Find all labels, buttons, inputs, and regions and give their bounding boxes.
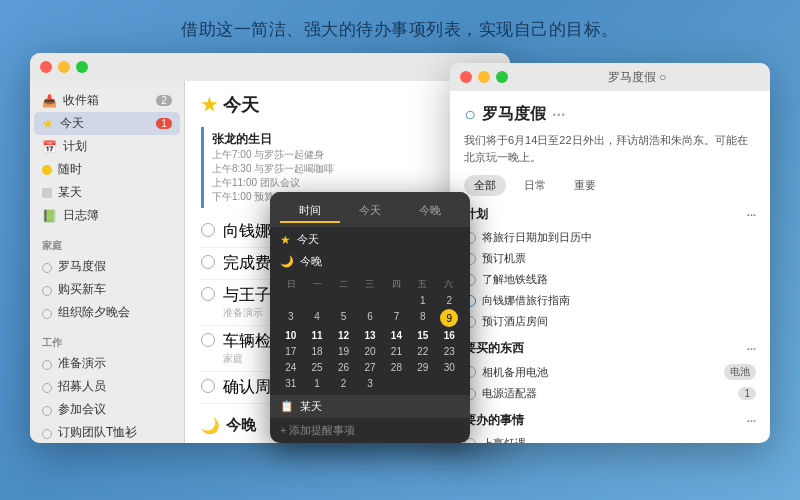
cal-day[interactable]	[331, 293, 356, 308]
cal-day[interactable]	[304, 293, 329, 308]
cal-day[interactable]: 15	[410, 328, 435, 343]
main-titlebar	[30, 53, 510, 81]
sidebar-item-tshirt[interactable]: 订购团队T恤衫	[30, 421, 184, 443]
sidebar-item-someday[interactable]: 某天	[30, 181, 184, 204]
item-circle	[42, 360, 52, 370]
random-icon	[42, 165, 52, 175]
sidebar-item-buy-car[interactable]: 购买新车	[30, 278, 184, 301]
cal-tab-tonight[interactable]: 今晚	[400, 200, 460, 223]
tab-daily[interactable]: 日常	[514, 175, 556, 196]
cal-today-row[interactable]: ★ 今天	[270, 227, 470, 252]
cal-day[interactable]: 14	[384, 328, 409, 343]
plan-more[interactable]: ···	[747, 209, 756, 221]
cal-day[interactable]: 22	[410, 344, 435, 359]
cal-day[interactable]: 12	[331, 328, 356, 343]
todo-section-header: 要办的事情 ···	[464, 412, 756, 429]
cal-day[interactable]	[384, 293, 409, 308]
cal-day[interactable]: 17	[278, 344, 303, 359]
close-button[interactable]	[40, 61, 52, 73]
detail-minimize-button[interactable]	[478, 71, 490, 83]
cal-day[interactable]: 16	[437, 328, 462, 343]
cal-day[interactable]: 26	[331, 360, 356, 375]
cal-add-row[interactable]: + 添加提醒事项	[270, 418, 470, 443]
buy-task-text-2: 电源适配器	[482, 386, 537, 401]
cal-tab-time[interactable]: 时间	[280, 200, 340, 223]
cal-tab-today[interactable]: 今天	[340, 200, 400, 223]
cal-day[interactable]: 1	[410, 293, 435, 308]
minimize-button[interactable]	[58, 61, 70, 73]
cal-day[interactable]	[357, 293, 382, 308]
sidebar-item-roman-holiday[interactable]: 罗马度假	[30, 255, 184, 278]
plan-task-3[interactable]: 了解地铁线路	[464, 269, 756, 290]
cal-day[interactable]: 2	[331, 376, 356, 391]
detail-maximize-button[interactable]	[496, 71, 508, 83]
tab-all[interactable]: 全部	[464, 175, 506, 196]
cal-someday-icon: 📋	[280, 400, 294, 413]
cal-day[interactable]: 27	[357, 360, 382, 375]
todo-more[interactable]: ···	[747, 415, 756, 427]
cal-day[interactable]: 30	[437, 360, 462, 375]
cal-day[interactable]: 11	[304, 328, 329, 343]
plan-label: 计划	[63, 138, 87, 155]
cal-day-today[interactable]: 9	[440, 309, 458, 327]
cal-day[interactable]: 7	[384, 309, 409, 327]
sidebar-item-recruit[interactable]: 招募人员	[30, 375, 184, 398]
sidebar-work-section: 工作 准备演示 招募人员 参加会议 订购团队T	[30, 332, 184, 443]
buy-task-2[interactable]: 电源适配器 1	[464, 383, 756, 404]
cal-day[interactable]: 29	[410, 360, 435, 375]
sidebar-item-presentation[interactable]: 准备演示	[30, 352, 184, 375]
plan-task-1[interactable]: 将旅行日期加到日历中	[464, 227, 756, 248]
cal-day[interactable]: 19	[331, 344, 356, 359]
cal-day[interactable]: 25	[304, 360, 329, 375]
cal-day[interactable]	[278, 293, 303, 308]
cal-day[interactable]: 23	[437, 344, 462, 359]
tab-important[interactable]: 重要	[564, 175, 606, 196]
sidebar-item-party[interactable]: 组织除夕晚会	[30, 301, 184, 324]
someday-icon	[42, 188, 52, 198]
cal-someday-row[interactable]: 📋 某天	[270, 395, 470, 418]
cal-day[interactable]: 24	[278, 360, 303, 375]
cal-day[interactable]: 5	[331, 309, 356, 327]
moon-icon: 🌙	[201, 417, 220, 435]
cal-tonight-row[interactable]: 🌙 今晚	[270, 252, 470, 274]
sidebar-item-inbox[interactable]: 📥 收件箱 2	[30, 89, 184, 112]
task-checkbox[interactable]	[201, 223, 215, 237]
cal-day[interactable]	[384, 376, 409, 391]
cal-day[interactable]: 13	[357, 328, 382, 343]
cal-day[interactable]: 28	[384, 360, 409, 375]
cal-day[interactable]	[410, 376, 435, 391]
todo-task-1[interactable]: 上烹饪课	[464, 433, 756, 443]
today-label: 今天	[60, 115, 84, 132]
cal-day[interactable]: 3	[278, 309, 303, 327]
sidebar-item-journal[interactable]: 📗 日志簿	[30, 204, 184, 227]
cal-day[interactable]: 8	[410, 309, 435, 327]
cal-day[interactable]: 20	[357, 344, 382, 359]
maximize-button[interactable]	[76, 61, 88, 73]
cal-day[interactable]: 3	[357, 376, 382, 391]
plan-task-4[interactable]: 向钱娜借旅行指南	[464, 290, 756, 311]
cal-day[interactable]: 1	[304, 376, 329, 391]
cal-day[interactable]: 10	[278, 328, 303, 343]
plan-task-2[interactable]: 预订机票	[464, 248, 756, 269]
task-checkbox[interactable]	[201, 255, 215, 269]
cal-day[interactable]: 2	[437, 293, 462, 308]
cal-day[interactable]: 21	[384, 344, 409, 359]
sidebar-item-meeting[interactable]: 参加会议	[30, 398, 184, 421]
plan-task-5[interactable]: 预订酒店房间	[464, 311, 756, 332]
sidebar-item-random[interactable]: 随时	[30, 158, 184, 181]
cal-day[interactable]: 6	[357, 309, 382, 327]
task-checkbox[interactable]	[201, 379, 215, 393]
buy-task-1[interactable]: 相机备用电池 电池	[464, 361, 756, 383]
cal-day[interactable]: 18	[304, 344, 329, 359]
cal-day[interactable]: 4	[304, 309, 329, 327]
task-checkbox[interactable]	[201, 333, 215, 347]
sidebar-item-today[interactable]: ★ 今天 1	[34, 112, 180, 135]
calendar-days-header: 日 一 二 三 四 五 六	[278, 278, 462, 291]
detail-close-button[interactable]	[460, 71, 472, 83]
cal-day[interactable]	[437, 376, 462, 391]
task-checkbox[interactable]	[201, 287, 215, 301]
work-item-4: 订购团队T恤衫	[58, 424, 137, 441]
cal-day[interactable]: 31	[278, 376, 303, 391]
buy-more[interactable]: ···	[747, 343, 756, 355]
sidebar-item-plan[interactable]: 📅 计划	[30, 135, 184, 158]
